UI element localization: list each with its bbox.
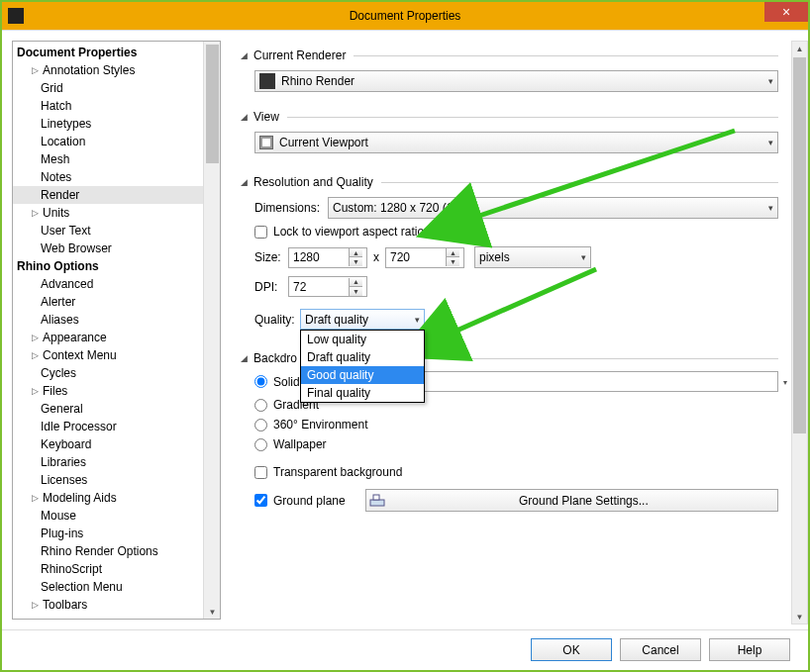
quality-select[interactable]: Draft quality ▾ Low qualityDraft quality… (300, 309, 425, 330)
scroll-down-icon[interactable]: ▼ (793, 610, 806, 624)
height-input[interactable] (390, 248, 434, 267)
dpi-label: DPI: (254, 280, 282, 294)
tree-scrollbar[interactable]: ▲ ▼ (203, 42, 220, 619)
ok-button[interactable]: OK (531, 638, 612, 661)
cancel-button[interactable]: Cancel (620, 638, 701, 661)
tree-item[interactable]: Rhino Render Options (13, 542, 203, 560)
tree-item[interactable]: ▷Files (13, 382, 203, 400)
scroll-thumb[interactable] (793, 57, 806, 433)
quality-option[interactable]: Low quality (301, 331, 424, 348)
tree-item[interactable]: Hatch (13, 97, 203, 115)
tree-item[interactable]: ▷Units (13, 204, 203, 222)
view-select[interactable]: Current Viewport ▾ (254, 132, 778, 153)
tree-item-label: Cycles (41, 366, 76, 380)
tree-item[interactable]: Idle Processor (13, 418, 203, 435)
ground-plane-settings-button[interactable]: Ground Plane Settings... (365, 489, 778, 512)
dpi-spinner[interactable]: ▲▼ (288, 276, 367, 297)
gradient-radio[interactable] (254, 399, 267, 412)
environment-label: 360° Environment (273, 418, 368, 432)
spin-down-icon[interactable]: ▼ (349, 257, 362, 266)
tree-item-label: Context Menu (43, 348, 117, 362)
swatch-dropdown-icon[interactable]: ▾ (777, 372, 792, 393)
spin-down-icon[interactable]: ▼ (446, 257, 459, 266)
tree-item[interactable]: Web Browser (13, 240, 203, 257)
tree-item[interactable]: Render (13, 186, 203, 204)
expand-icon: ▷ (29, 350, 41, 360)
tree-item[interactable]: Licenses (13, 471, 203, 489)
tree-item-label: Linetypes (41, 117, 91, 131)
quality-option[interactable]: Draft quality (301, 348, 424, 366)
section-resolution-quality[interactable]: ◢ Resolution and Quality (241, 175, 778, 189)
tree-item[interactable]: ▷Annotation Styles (13, 61, 203, 79)
width-spinner[interactable]: ▲▼ (288, 247, 367, 268)
chevron-down-icon: ▾ (768, 138, 773, 147)
close-button[interactable]: × (764, 2, 808, 22)
quality-dropdown[interactable]: Low qualityDraft qualityGood qualityFina… (300, 330, 425, 403)
tree-item[interactable]: Libraries (13, 453, 203, 471)
ground-plane-checkbox[interactable] (254, 494, 267, 507)
width-input[interactable] (293, 248, 337, 267)
transparent-bg-checkbox[interactable] (254, 466, 267, 479)
section-title: Resolution and Quality (253, 175, 373, 189)
environment-radio[interactable] (254, 419, 267, 432)
tree-item-label: Advanced (41, 277, 93, 291)
tree-item-label: Rhino Render Options (41, 544, 158, 558)
scroll-thumb[interactable] (206, 45, 219, 163)
tree-item[interactable]: Mesh (13, 150, 203, 168)
dimensions-select[interactable]: Custom: 1280 x 720 (16:9) ▾ (328, 197, 778, 219)
tree-item[interactable]: Alerter (13, 293, 203, 311)
quality-option[interactable]: Good quality (301, 366, 424, 384)
tree-item[interactable]: Plug-ins (13, 525, 203, 542)
tree-item-label: Location (41, 135, 85, 148)
tree-item[interactable]: RhinoScript (13, 560, 203, 578)
tree-item[interactable]: ▷Appearance (13, 329, 203, 346)
tree-item[interactable]: Location (13, 133, 203, 150)
height-spinner[interactable]: ▲▼ (385, 247, 464, 268)
wallpaper-radio[interactable] (254, 438, 267, 451)
tree-item-label: Keyboard (41, 437, 91, 451)
dpi-input[interactable] (293, 277, 337, 296)
quality-option[interactable]: Final quality (301, 384, 424, 402)
tree-item[interactable]: Linetypes (13, 115, 203, 133)
section-view[interactable]: ◢ View (241, 110, 778, 124)
scroll-down-icon[interactable]: ▼ (206, 605, 219, 619)
lock-aspect-checkbox[interactable] (254, 226, 267, 239)
tree-item-label: Licenses (41, 473, 87, 487)
tree-item[interactable]: ▷Context Menu (13, 346, 203, 364)
tree-item[interactable]: Keyboard (13, 435, 203, 453)
spin-down-icon[interactable]: ▼ (349, 287, 362, 296)
ground-plane-settings-label: Ground Plane Settings... (390, 494, 777, 508)
spin-up-icon[interactable]: ▲ (349, 248, 362, 257)
tree-item[interactable]: Grid (13, 79, 203, 97)
tree-item[interactable]: Selection Menu (13, 578, 203, 596)
scroll-up-icon[interactable]: ▲ (793, 42, 806, 55)
units-select[interactable]: pixels ▾ (474, 246, 591, 268)
tree-item[interactable]: Advanced (13, 275, 203, 293)
size-label: Size: (254, 250, 282, 264)
chevron-down-icon: ▾ (581, 252, 586, 262)
tree-item[interactable]: ▷Toolbars (13, 596, 203, 614)
expand-icon: ▷ (29, 493, 41, 503)
section-title: View (253, 110, 279, 124)
tree-item[interactable]: Cycles (13, 364, 203, 382)
tree-item[interactable]: ▷Modeling Aids (13, 489, 203, 507)
section-title: Backdro (253, 351, 297, 365)
tree-item[interactable]: Mouse (13, 507, 203, 525)
solid-color-radio[interactable] (254, 375, 267, 388)
tree-item[interactable]: General (13, 400, 203, 418)
spin-up-icon[interactable]: ▲ (349, 278, 362, 287)
help-button[interactable]: Help (709, 638, 790, 661)
renderer-select[interactable]: Rhino Render ▾ (254, 70, 778, 92)
tree-item[interactable]: User Text (13, 222, 203, 240)
settings-tree[interactable]: Document Properties▷Annotation StylesGri… (13, 42, 203, 619)
content-panel: ◢ Current Renderer Rhino Render ▾ ◢ View (227, 48, 792, 512)
section-current-renderer[interactable]: ◢ Current Renderer (241, 48, 778, 62)
ground-plane-icon (366, 494, 390, 508)
spin-up-icon[interactable]: ▲ (446, 248, 459, 257)
tree-item-label: Web Browser (41, 241, 112, 255)
tree-item[interactable]: Notes (13, 168, 203, 186)
tree-item-label: Idle Processor (41, 420, 117, 433)
tree-item[interactable]: Aliases (13, 311, 203, 329)
lock-aspect-label: Lock to viewport aspect ratio (1.71:1) (273, 225, 468, 239)
content-scrollbar[interactable]: ▲ ▼ (791, 41, 808, 624)
